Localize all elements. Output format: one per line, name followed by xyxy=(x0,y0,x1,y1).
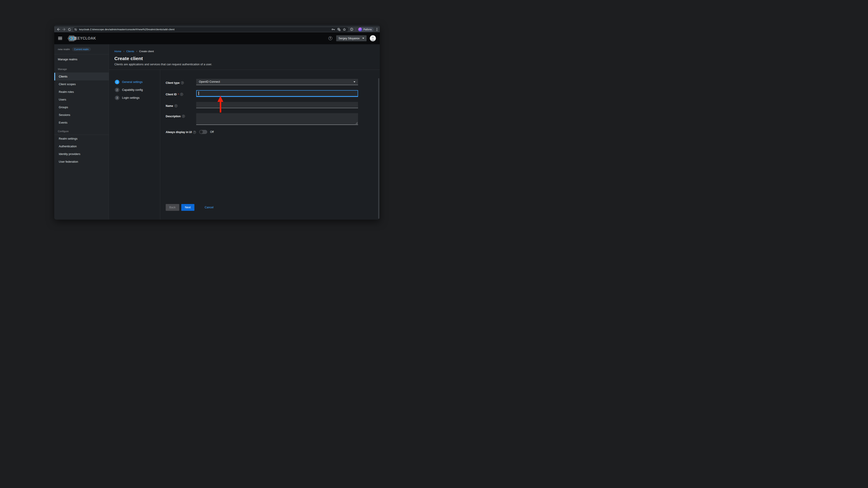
nav-section-manage: Manage xyxy=(54,64,109,72)
realm-selector[interactable]: new realm Current realm xyxy=(54,44,109,55)
question-circle-icon[interactable]: ? xyxy=(175,104,178,107)
step-label: Capability config xyxy=(122,88,143,92)
browser-titlebar xyxy=(54,25,380,26)
user-dropdown[interactable]: Sergey Siluyanov xyxy=(336,35,367,41)
sidebar-item-sessions[interactable]: Sessions xyxy=(54,111,109,119)
step-number: 3 xyxy=(115,96,119,100)
wizard-actions: Back Next Cancel xyxy=(166,204,380,211)
sidebar-item-realm-roles[interactable]: Realm roles xyxy=(54,88,109,96)
browser-window: keycloak-2.kinescope.dev/admin/master/co… xyxy=(54,25,380,220)
nav-section-configure: Configure xyxy=(54,127,109,135)
client-id-input[interactable] xyxy=(196,90,358,97)
browser-profile-chip[interactable]: Работа xyxy=(358,27,374,32)
user-name: Sergey Siluyanov xyxy=(339,37,360,40)
client-id-label: Client ID xyxy=(166,93,177,96)
browser-toolbar: keycloak-2.kinescope.dev/admin/master/co… xyxy=(54,26,380,32)
sidebar-item-events[interactable]: Events xyxy=(54,119,109,127)
step-number: 1 xyxy=(115,80,119,84)
main-content: Home › Clients › Create client Create cl… xyxy=(109,44,380,220)
browser-menu-icon[interactable] xyxy=(376,28,378,31)
required-asterisk: * xyxy=(178,93,179,96)
name-label: Name xyxy=(166,104,173,107)
step-label: Login settings xyxy=(122,96,140,99)
sidebar-item-identity-providers[interactable]: Identity providers xyxy=(54,150,109,158)
brand-text: KEYCLOAK xyxy=(75,36,96,40)
question-circle-icon[interactable]: ? xyxy=(182,115,185,118)
sidebar-item-groups[interactable]: Groups xyxy=(54,103,109,111)
current-realm-badge: Current realm xyxy=(72,47,91,51)
reload-icon[interactable] xyxy=(67,27,72,32)
url-text[interactable]: keycloak-2.kinescope.dev/admin/master/co… xyxy=(79,28,332,31)
sidebar-item-authentication[interactable]: Authentication xyxy=(54,142,109,150)
profile-avatar xyxy=(358,28,362,31)
address-bar[interactable]: keycloak-2.kinescope.dev/admin/master/co… xyxy=(73,27,348,32)
wizard-steps: 1 General settings 2 Capability config 3… xyxy=(109,70,160,220)
resize-grip-icon[interactable] xyxy=(355,122,358,124)
toolbar-separator xyxy=(355,28,356,31)
sidebar-nav: new realm Current realm Manage realms Ma… xyxy=(54,44,109,220)
bookmark-star-icon[interactable] xyxy=(343,28,346,31)
sidebar-item-clients[interactable]: Clients xyxy=(54,73,109,80)
always-display-toggle[interactable] xyxy=(199,130,207,134)
help-icon[interactable]: ? xyxy=(329,36,332,40)
step-label: General settings xyxy=(122,80,143,84)
step-number: 2 xyxy=(115,88,119,92)
chevron-down-icon xyxy=(353,81,355,83)
chevron-down-icon xyxy=(362,38,364,39)
sidebar-item-client-scopes[interactable]: Client scopes xyxy=(54,80,109,88)
sidebar-item-realm-settings[interactable]: Realm settings xyxy=(54,135,109,142)
create-client-form: Client type ? OpenID Connect Clien xyxy=(160,70,380,220)
sidebar-item-manage-realms[interactable]: Manage realms xyxy=(54,55,109,64)
extensions-puzzle-icon[interactable] xyxy=(350,28,353,31)
chevron-right-icon: › xyxy=(123,50,124,53)
toggle-state-text: Off xyxy=(210,130,214,133)
description-label: Description xyxy=(166,115,181,118)
forward-nav-icon[interactable] xyxy=(61,27,67,32)
question-circle-icon[interactable]: ? xyxy=(180,93,183,96)
breadcrumb-current: Create client xyxy=(139,50,154,53)
breadcrumb: Home › Clients › Create client xyxy=(114,50,374,53)
breadcrumb-home-link[interactable]: Home xyxy=(114,50,121,53)
keycloak-masthead: KEYCLOAK ? Sergey Siluyanov xyxy=(54,32,380,44)
page-header: Home › Clients › Create client Create cl… xyxy=(109,44,380,70)
page-scrollbar[interactable] xyxy=(378,78,379,219)
breadcrumb-clients-link[interactable]: Clients xyxy=(126,50,134,53)
back-button[interactable]: Back xyxy=(166,204,179,211)
cancel-link[interactable]: Cancel xyxy=(205,206,214,209)
keycloak-logo[interactable]: KEYCLOAK xyxy=(66,35,96,42)
question-circle-icon[interactable]: ? xyxy=(193,131,196,134)
realm-name: new realm xyxy=(58,48,70,51)
page-title: Create client xyxy=(114,56,374,61)
always-display-label: Always display in UI xyxy=(166,131,192,134)
page-subtitle: Clients are applications and services th… xyxy=(114,63,374,66)
back-nav-icon[interactable] xyxy=(56,27,61,32)
question-circle-icon[interactable]: ? xyxy=(181,81,184,84)
description-textarea[interactable] xyxy=(196,113,358,125)
sidebar-item-user-federation[interactable]: User federation xyxy=(54,158,109,166)
site-settings-icon[interactable] xyxy=(74,28,78,31)
client-type-select[interactable]: OpenID Connect xyxy=(196,79,358,85)
profile-name: Работа xyxy=(364,28,372,31)
sidebar-item-users[interactable]: Users xyxy=(54,96,109,103)
client-type-label: Client type xyxy=(166,81,180,85)
text-cursor xyxy=(198,92,199,95)
password-key-icon[interactable] xyxy=(332,28,335,31)
nav-toggle-icon[interactable] xyxy=(58,37,62,40)
client-type-value: OpenID Connect xyxy=(199,80,220,84)
wizard-step-login-settings[interactable]: 3 Login settings xyxy=(115,96,160,100)
wizard-step-capability-config[interactable]: 2 Capability config xyxy=(115,88,160,92)
next-button[interactable]: Next xyxy=(181,204,194,211)
translate-icon[interactable]: G xyxy=(338,28,340,31)
name-input[interactable] xyxy=(196,102,358,108)
chevron-right-icon: › xyxy=(136,50,137,53)
user-avatar[interactable] xyxy=(370,35,376,41)
wizard-step-general-settings[interactable]: 1 General settings xyxy=(115,80,160,84)
